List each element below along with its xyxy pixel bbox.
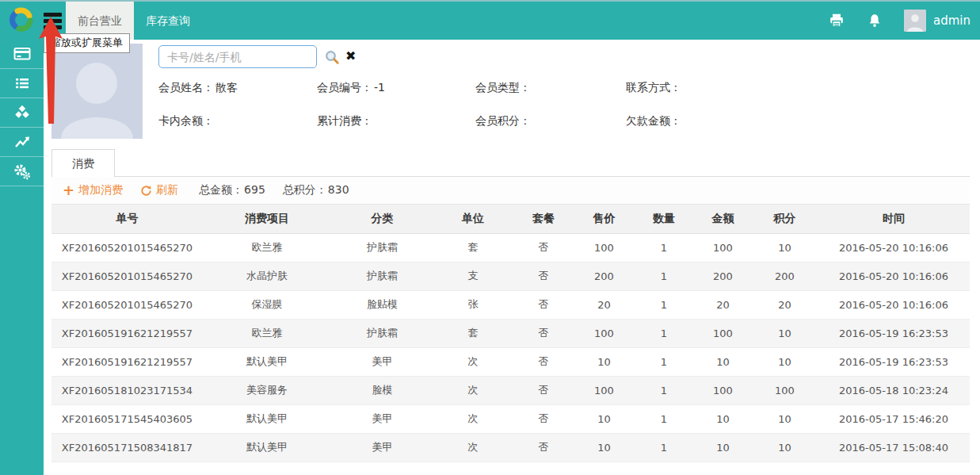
user-avatar[interactable]: [904, 10, 926, 32]
table-header-cell: 单位: [433, 205, 513, 233]
sidebar-item-orders[interactable]: [0, 69, 44, 98]
sidebar-item-billing[interactable]: [0, 40, 44, 69]
refresh-button[interactable]: 刷新: [140, 183, 178, 197]
topbar: 前台营业 库存查询 admin: [0, 0, 980, 40]
table-cell: 2016-05-20 10:16:06: [818, 290, 970, 319]
table-cell: 否: [513, 290, 574, 319]
table-cell: 保湿膜: [203, 290, 331, 319]
table-cell: 1: [634, 262, 694, 290]
table-cell: 脸贴模: [331, 290, 433, 319]
table-cell: 否: [513, 376, 574, 404]
table-row[interactable]: XF201605191621219557默认美甲美甲次否10110102016-…: [51, 347, 970, 376]
sidebar-item-settings[interactable]: [0, 157, 44, 186]
app-window: 前台营业 库存查询 admin: [0, 0, 980, 475]
topbar-right: admin: [807, 2, 980, 40]
member-field-label: 卡内余额：: [158, 114, 214, 127]
member-field: 会员编号：-1: [317, 79, 475, 95]
gears-icon: [12, 161, 32, 182]
table-cell: 2016-05-20 10:16:06: [818, 262, 970, 290]
table-cell: 10: [694, 433, 752, 462]
table-cell: XF201605201015465270: [51, 262, 203, 290]
table-cell: 水晶护肤: [203, 262, 331, 290]
table-cell: 200: [574, 262, 634, 290]
table-row[interactable]: XF201605181023171534美容服务脸模次否100110010020…: [51, 376, 970, 404]
member-field-label: 会员类型：: [475, 81, 531, 94]
table-cell: 2016-05-19 16:23:53: [818, 319, 970, 347]
member-field: 累计消费：: [317, 113, 475, 128]
table-cell: 2016-05-18 10:23:24: [818, 376, 970, 404]
table-cell: 10: [694, 404, 752, 433]
table-cell: XF201605171508341817: [51, 433, 203, 462]
table-header-cell: 金额: [694, 205, 752, 233]
table-cell: 1: [634, 376, 694, 404]
table-row[interactable]: XF201605201015465270水晶护肤护肤霜支否20012002002…: [51, 262, 970, 290]
table-cell: XF201605181023171534: [51, 376, 203, 404]
table-cell: 否: [513, 319, 574, 347]
table-header-cell: 分类: [331, 205, 433, 233]
member-field-label: 会员姓名：: [158, 81, 214, 94]
table-cell: 美容服务: [203, 376, 331, 404]
table-row[interactable]: XF201605171545403605默认美甲美甲次否10110102016-…: [51, 404, 970, 433]
refresh-icon: [140, 185, 152, 197]
list-icon: [12, 73, 32, 94]
table-header-cell: 消费项目: [203, 205, 331, 233]
table-cell: 否: [513, 404, 574, 433]
table-cell: 套: [433, 319, 513, 347]
table-cell: XF201605191621219557: [51, 347, 203, 376]
tab-inventory-query[interactable]: 库存查询: [134, 2, 202, 40]
table-row[interactable]: XF201605191621219557欧兰雅护肤霜套否100110010201…: [51, 319, 970, 347]
table-cell: 2016-05-20 10:16:06: [818, 233, 970, 262]
table-cell: 100: [574, 233, 634, 262]
card-icon: [12, 44, 32, 64]
add-consumption-button[interactable]: + 增加消费: [63, 183, 123, 197]
table-cell: 100: [694, 319, 752, 347]
table-cell: 次: [433, 404, 513, 433]
total-points: 总积分：830: [283, 183, 349, 197]
member-field-label: 会员积分：: [475, 114, 531, 127]
member-field-value: 散客: [215, 81, 238, 94]
table-cell: XF201605201015465270: [51, 233, 203, 262]
bell-icon[interactable]: [866, 12, 883, 29]
chart-icon: [12, 132, 32, 152]
tab-consumption[interactable]: 消费: [51, 149, 115, 177]
table-cell: 否: [513, 262, 574, 290]
total-amount: 总金额：695: [199, 183, 265, 197]
username-label[interactable]: admin: [933, 13, 970, 28]
table-cell: 次: [433, 347, 513, 376]
member-field-label: 欠款金额：: [626, 114, 681, 127]
sidebar-item-products[interactable]: [0, 98, 44, 128]
table-header-cell: 积分: [752, 205, 818, 233]
sidebar-item-reports[interactable]: [0, 128, 44, 157]
search-input[interactable]: [158, 45, 317, 68]
table-cell: XF201605171545403605: [51, 404, 203, 433]
member-field-label: 累计消费：: [317, 114, 372, 127]
table-cell: 护肤霜: [331, 262, 433, 290]
member-field: 会员类型：: [475, 79, 626, 95]
table-row[interactable]: XF201605201015465270欧兰雅护肤霜套否100110010201…: [51, 233, 970, 262]
table-header-cell: 套餐: [513, 205, 574, 233]
plus-icon: +: [63, 184, 74, 197]
member-field-value: -1: [374, 81, 385, 94]
table-cell: 2016-05-19 16:23:53: [818, 347, 970, 376]
table-cell: 套: [433, 233, 513, 262]
member-field: 欠款金额：: [626, 113, 683, 128]
app-logo-icon: [7, 6, 36, 34]
clear-icon[interactable]: ✖: [345, 48, 356, 64]
table-row[interactable]: XF201605201015465270保湿膜脸贴模张否20120202016-…: [51, 290, 970, 319]
table-cell: 10: [574, 404, 634, 433]
table-cell: 10: [752, 404, 818, 433]
printer-icon[interactable]: [828, 12, 845, 29]
search-icon[interactable]: [324, 49, 340, 65]
member-field-label: 会员编号：: [317, 81, 372, 94]
member-field: 卡内余额：: [158, 113, 317, 128]
table-cell: 1: [634, 319, 694, 347]
table-cell: 护肤霜: [331, 233, 433, 262]
table-row[interactable]: XF201605171508341817默认美甲美甲次否10110102016-…: [51, 433, 970, 462]
table-cell: 次: [433, 376, 513, 404]
member-photo-placeholder: [51, 44, 143, 139]
table-cell: 2016-05-17 15:46:20: [818, 404, 970, 433]
table-cell: 默认美甲: [203, 404, 331, 433]
table-cell: 10: [574, 347, 634, 376]
member-field: 会员积分：: [475, 113, 626, 128]
table-cell: 1: [634, 433, 694, 462]
